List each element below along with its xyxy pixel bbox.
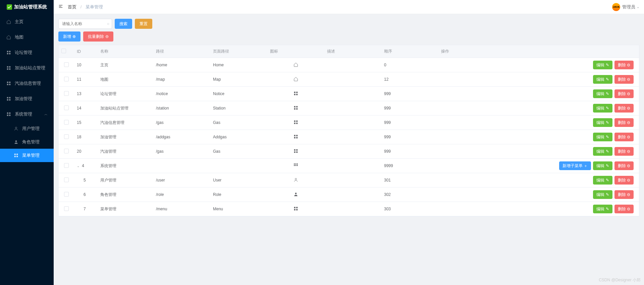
svg-rect-19 <box>9 115 10 116</box>
edit-button[interactable]: 编辑 ✎ <box>593 75 612 84</box>
sidebar-item-label: 加油管理 <box>15 96 32 102</box>
sidebar-item-home[interactable]: 主页 <box>0 14 54 29</box>
table-row: 11 地图 /map Map 12 编辑 ✎删除 ⊖ <box>59 72 639 87</box>
sidebar-item-label: 系统管理 <box>15 111 32 117</box>
sidebar-item-system[interactable]: 系统管理 ︿ <box>0 106 54 122</box>
row-checkbox[interactable] <box>64 120 69 125</box>
row-ops: 编辑 ✎删除 ⊖ <box>441 104 636 113</box>
user-name: 管理员 <box>622 4 635 10</box>
row-checkbox[interactable] <box>64 134 69 139</box>
expand-icon[interactable]: ⌄ <box>77 164 79 168</box>
cell-order: 999 <box>381 130 438 144</box>
delete-button[interactable]: 删除 ⊖ <box>614 61 634 69</box>
svg-rect-18 <box>7 115 8 116</box>
userfill-icon <box>293 193 298 198</box>
delete-button[interactable]: 删除 ⊖ <box>614 147 634 156</box>
sidebar-item-gasinfo[interactable]: 汽油信息管理 <box>0 76 54 91</box>
svg-rect-5 <box>9 66 10 68</box>
cell-path: /gas <box>153 144 210 159</box>
row-ops: 编辑 ✎删除 ⊖ <box>441 61 636 69</box>
delete-button[interactable]: 删除 ⊖ <box>614 75 634 84</box>
edit-button[interactable]: 编辑 ✎ <box>593 205 612 213</box>
delete-button[interactable]: 删除 ⊖ <box>614 133 634 141</box>
svg-rect-24 <box>14 156 16 157</box>
col-path: 路径 <box>153 45 210 58</box>
edit-button[interactable]: 编辑 ✎ <box>593 104 612 113</box>
cell-desc <box>324 87 381 101</box>
sidebar-item-station[interactable]: 加油站站点管理 <box>0 60 54 76</box>
svg-rect-12 <box>7 97 8 98</box>
edit-button[interactable]: 编辑 ✎ <box>593 176 612 185</box>
cell-desc <box>324 58 381 72</box>
edit-button[interactable]: 编辑 ✎ <box>593 61 612 69</box>
batch-delete-button[interactable]: 批量删除 ⊖ <box>83 31 113 42</box>
delete-button[interactable]: 删除 ⊖ <box>614 190 634 199</box>
edit-button[interactable]: 编辑 ✎ <box>593 161 612 170</box>
user-dropdown[interactable]: JAVA 管理员 ⌄ <box>612 3 639 11</box>
cell-icon <box>267 159 324 173</box>
row-checkbox[interactable] <box>64 149 69 153</box>
delete-button[interactable]: 删除 ⊖ <box>614 89 634 98</box>
edit-button[interactable]: 编辑 ✎ <box>593 89 612 98</box>
cell-path: /gas <box>153 116 210 130</box>
select-all-checkbox[interactable] <box>61 49 66 53</box>
cell-name: 加油管理 <box>98 130 153 144</box>
delete-button[interactable]: 删除 ⊖ <box>614 176 634 185</box>
breadcrumb-separator: / <box>80 4 82 9</box>
grid-icon <box>6 81 11 86</box>
app-logo: 加油站管理系统 <box>0 0 54 14</box>
svg-rect-8 <box>7 82 8 83</box>
sidebar-subitem-user[interactable]: 用户管理 <box>0 122 54 135</box>
sidebar-subitem-role[interactable]: 角色管理 <box>0 135 54 149</box>
row-checkbox[interactable] <box>64 192 69 197</box>
edit-button[interactable]: 编辑 ✎ <box>593 190 612 199</box>
row-checkbox[interactable] <box>64 163 69 168</box>
sidebar-item-addgas[interactable]: 加油管理 <box>0 91 54 106</box>
add-child-button[interactable]: 新增子菜单 ＋ <box>559 161 591 170</box>
grid-icon <box>293 135 298 140</box>
delete-button[interactable]: 删除 ⊖ <box>614 118 634 127</box>
row-checkbox[interactable] <box>64 177 69 182</box>
cell-desc <box>324 173 381 188</box>
row-checkbox[interactable] <box>64 206 69 211</box>
cell-desc <box>324 188 381 202</box>
sidebar-item-forum[interactable]: 论坛管理 <box>0 45 54 60</box>
collapse-button[interactable] <box>58 4 63 10</box>
edit-button[interactable]: 编辑 ✎ <box>593 133 612 141</box>
sidebar-subitem-menu[interactable]: 菜单管理 <box>0 149 54 162</box>
edit-button[interactable]: 编辑 ✎ <box>593 118 612 127</box>
delete-button[interactable]: 删除 ⊖ <box>614 205 634 213</box>
search-input[interactable] <box>58 19 112 29</box>
cell-page: Map <box>210 72 267 87</box>
svg-rect-33 <box>294 106 296 107</box>
delete-button[interactable]: 删除 ⊖ <box>614 161 634 170</box>
svg-rect-3 <box>9 53 10 54</box>
edit-button[interactable]: 编辑 ✎ <box>593 147 612 156</box>
sidebar-item-label: 角色管理 <box>22 139 40 145</box>
cell-desc <box>324 130 381 144</box>
sidebar-item-map[interactable]: 地图 <box>0 29 54 45</box>
svg-rect-43 <box>294 137 296 138</box>
row-checkbox[interactable] <box>64 91 69 96</box>
svg-rect-31 <box>294 94 296 95</box>
user-icon <box>13 140 19 144</box>
svg-rect-17 <box>9 113 10 114</box>
table-row: 6 角色管理 /role Role 302 编辑 ✎删除 ⊖ <box>59 188 639 202</box>
cell-id: ⌄ 4 <box>74 159 98 173</box>
cell-name: 论坛管理 <box>98 87 153 101</box>
row-checkbox[interactable] <box>64 105 69 110</box>
cell-name: 汽油信息管理 <box>98 116 153 130</box>
table-row: 20 汽油管理 /gas Gas 999 编辑 ✎删除 ⊖ <box>59 144 639 159</box>
row-checkbox[interactable] <box>64 77 69 81</box>
table-row: 14 加油站站点管理 /station Station 999 编辑 ✎删除 ⊖ <box>59 101 639 116</box>
search-button[interactable]: 搜索 <box>115 19 132 29</box>
cell-order: 999 <box>381 116 438 130</box>
delete-button[interactable]: 删除 ⊖ <box>614 104 634 113</box>
reset-button[interactable]: 重置 <box>135 19 152 29</box>
add-button[interactable]: 新增 ⊕ <box>58 31 80 42</box>
breadcrumb-home[interactable]: 首页 <box>68 4 76 9</box>
row-checkbox[interactable] <box>64 62 69 67</box>
cell-name: 角色管理 <box>98 188 153 202</box>
row-ops: 编辑 ✎删除 ⊖ <box>441 190 636 199</box>
cell-path <box>153 159 210 173</box>
